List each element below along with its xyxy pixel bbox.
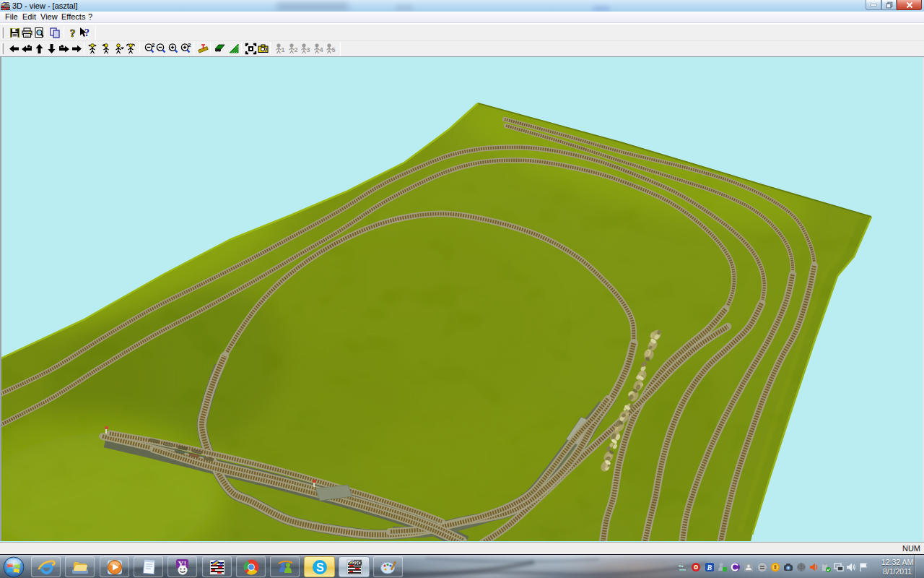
svg-text:«•: «• [679,564,684,569]
svg-text:S: S [316,561,324,573]
svg-text:3D: 3D [354,559,362,566]
svg-text:B: B [707,564,712,571]
svg-text:8: 8 [219,561,223,568]
